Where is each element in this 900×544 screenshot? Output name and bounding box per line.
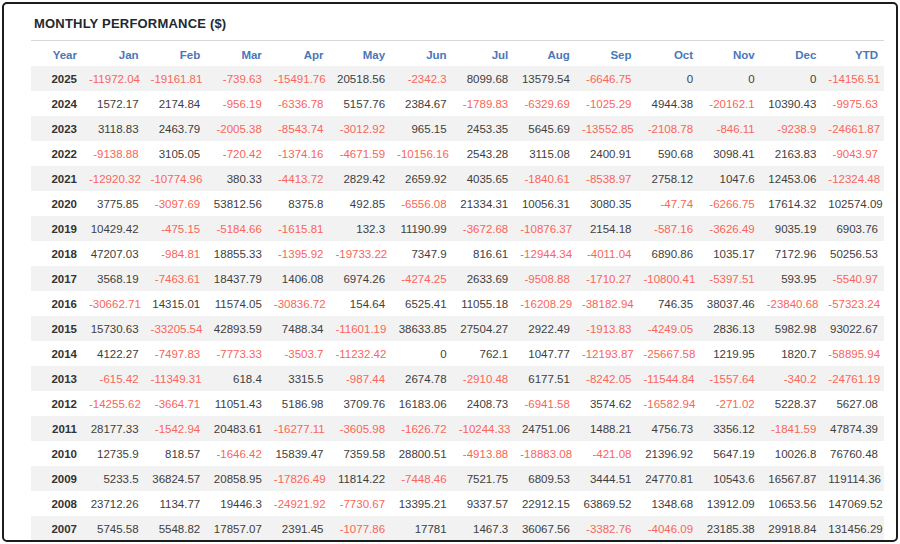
column-header-ytd: YTD	[822, 43, 884, 66]
value-cell: 29918.84	[761, 516, 823, 541]
value-cell: -11972.04	[83, 66, 145, 91]
value-cell: 9035.19	[761, 216, 823, 241]
value-cell: -4011.04	[576, 241, 638, 266]
value-cell: 20483.61	[206, 416, 268, 441]
value-cell: -58895.94	[822, 341, 884, 366]
year-cell: 2021	[31, 166, 83, 191]
value-cell: 5745.58	[83, 516, 145, 541]
value-cell: -615.42	[83, 366, 145, 391]
table-row: 201012735.9818.57-1646.4215839.477359.58…	[31, 441, 884, 466]
value-cell: 2463.79	[145, 116, 207, 141]
value-cell: 27504.27	[453, 316, 515, 341]
value-cell: -739.63	[206, 66, 268, 91]
value-cell: -1025.29	[576, 91, 638, 116]
year-cell: 2018	[31, 241, 83, 266]
value-cell: 4756.73	[637, 416, 699, 441]
value-cell: -33205.54	[145, 316, 207, 341]
value-cell: 7359.58	[329, 441, 391, 466]
value-cell: 12453.06	[761, 166, 823, 191]
value-cell: 1219.95	[699, 341, 761, 366]
value-cell: -15491.76	[268, 66, 330, 91]
value-cell: -19161.81	[145, 66, 207, 91]
value-cell: -4413.72	[268, 166, 330, 191]
value-cell: -987.44	[329, 366, 391, 391]
year-cell: 2009	[31, 466, 83, 491]
header-row: YearJanFebMarAprMayJunJulAugSepOctNovDec…	[31, 43, 884, 66]
value-cell: 7488.34	[268, 316, 330, 341]
value-cell: -3503.7	[268, 341, 330, 366]
value-cell: 16183.06	[391, 391, 453, 416]
value-cell: 21334.31	[453, 191, 515, 216]
year-cell: 2013	[31, 366, 83, 391]
value-cell: 47874.39	[822, 416, 884, 441]
value-cell: -24921.92	[268, 491, 330, 516]
value-cell: 20518.56	[329, 66, 391, 91]
value-cell: -4249.05	[637, 316, 699, 341]
table-row: 20203775.85-3097.6953812.568375.8492.85-…	[31, 191, 884, 216]
value-cell: 5548.82	[145, 516, 207, 541]
value-cell: 2408.73	[453, 391, 515, 416]
value-cell: 38037.46	[699, 291, 761, 316]
value-cell: -18883.08	[514, 441, 576, 466]
value-cell: 3115.08	[514, 141, 576, 166]
year-cell: 2007	[31, 516, 83, 541]
value-cell: 13579.54	[514, 66, 576, 91]
year-cell: 2020	[31, 191, 83, 216]
value-cell: 12735.9	[83, 441, 145, 466]
value-cell: 1047.6	[699, 166, 761, 191]
value-cell: -14156.51	[822, 66, 884, 91]
year-cell: 2015	[31, 316, 83, 341]
year-cell: 2017	[31, 266, 83, 291]
value-cell: 4944.38	[637, 91, 699, 116]
value-cell: -1374.16	[268, 141, 330, 166]
value-cell: 36824.57	[145, 466, 207, 491]
value-cell: -9238.9	[761, 116, 823, 141]
value-cell: 590.68	[637, 141, 699, 166]
value-cell: -12193.87	[576, 341, 638, 366]
value-cell: 10653.56	[761, 491, 823, 516]
value-cell: -3605.98	[329, 416, 391, 441]
value-cell: 1572.17	[83, 91, 145, 116]
column-header-mar: Mar	[206, 43, 268, 66]
value-cell: 6177.51	[514, 366, 576, 391]
value-cell: -9043.97	[822, 141, 884, 166]
value-cell: -3012.92	[329, 116, 391, 141]
value-cell: -1913.83	[576, 316, 638, 341]
value-cell: 23185.38	[699, 516, 761, 541]
value-cell: -1646.42	[206, 441, 268, 466]
value-cell: 762.1	[453, 341, 515, 366]
value-cell: 154.64	[329, 291, 391, 316]
value-cell: 131456.29	[822, 516, 884, 541]
table-row: 2022-9138.883105.05-720.42-1374.16-4671.…	[31, 141, 884, 166]
value-cell: 36067.56	[514, 516, 576, 541]
value-cell: -2108.78	[637, 116, 699, 141]
value-cell: -25667.58	[637, 341, 699, 366]
value-cell: 3098.41	[699, 141, 761, 166]
value-cell: 11055.18	[453, 291, 515, 316]
value-cell: -11544.84	[637, 366, 699, 391]
value-cell: 5157.76	[329, 91, 391, 116]
value-cell: 1348.68	[637, 491, 699, 516]
value-cell: 2174.84	[145, 91, 207, 116]
table-row: 20075745.585548.8217857.072391.45-1077.8…	[31, 516, 884, 541]
year-cell: 2014	[31, 341, 83, 366]
value-cell: 0	[761, 66, 823, 91]
value-cell: 2391.45	[268, 516, 330, 541]
value-cell: -57323.24	[822, 291, 884, 316]
value-cell: 63869.52	[576, 491, 638, 516]
value-cell: 10056.31	[514, 191, 576, 216]
year-cell: 2023	[31, 116, 83, 141]
value-cell: 4122.27	[83, 341, 145, 366]
value-cell: -846.11	[699, 116, 761, 141]
value-cell: -984.81	[145, 241, 207, 266]
table-row: 20144122.27-7497.83-7773.33-3503.7-11232…	[31, 341, 884, 366]
value-cell: 24770.81	[637, 466, 699, 491]
value-cell: 50256.53	[822, 241, 884, 266]
value-cell: 14315.01	[145, 291, 207, 316]
value-cell: 132.3	[329, 216, 391, 241]
value-cell: 42893.59	[206, 316, 268, 341]
value-cell: 11814.22	[329, 466, 391, 491]
value-cell: 13912.09	[699, 491, 761, 516]
value-cell: -3382.76	[576, 516, 638, 541]
value-cell: -30836.72	[268, 291, 330, 316]
